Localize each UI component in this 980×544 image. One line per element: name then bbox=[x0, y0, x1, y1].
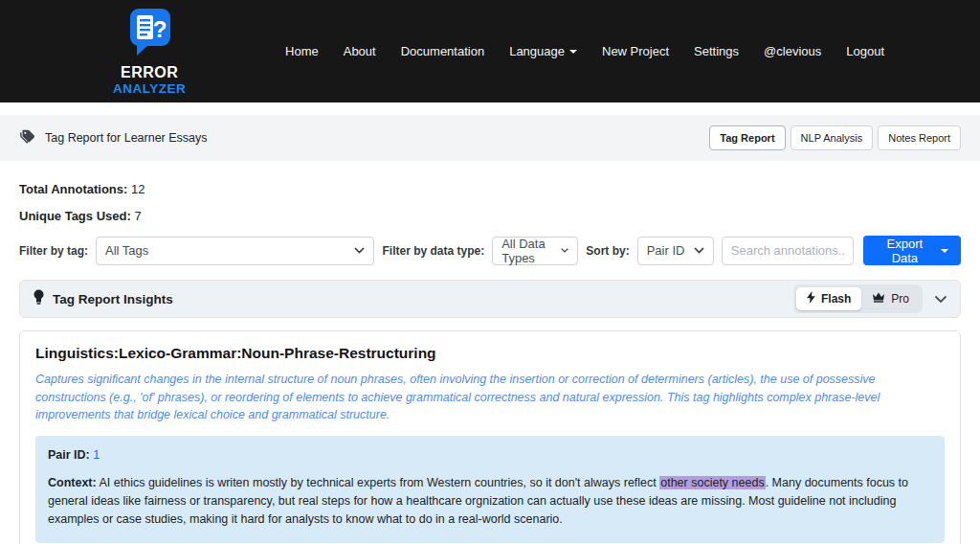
chevron-down-icon bbox=[354, 247, 365, 254]
collapse-chevron-icon[interactable] bbox=[934, 290, 947, 307]
nav-link-user[interactable]: @clevious bbox=[764, 44, 821, 58]
filter-datatype-label: Filter by data type: bbox=[382, 244, 484, 258]
tag-report-button[interactable]: Tag Report bbox=[709, 125, 785, 150]
crown-icon bbox=[872, 292, 885, 306]
sort-label: Sort by: bbox=[586, 244, 629, 258]
page-title-group: Tag Report for Learner Essays bbox=[19, 129, 208, 147]
flash-button[interactable]: Flash bbox=[796, 287, 861, 310]
nav-link-about[interactable]: About bbox=[344, 44, 376, 58]
unique-tags-label: Unique Tags Used: bbox=[19, 209, 131, 223]
caret-down-icon bbox=[569, 50, 577, 54]
pro-label: Pro bbox=[891, 292, 909, 306]
tag-title: Linguistics:Lexico-Grammar:Noun-Phrase-R… bbox=[35, 345, 945, 362]
model-switcher: Flash Pro bbox=[793, 284, 923, 313]
brand-logo-icon: ? bbox=[124, 8, 174, 61]
datatype-filter-value: All Data Types bbox=[501, 237, 561, 265]
unique-tags: Unique Tags Used: 7 bbox=[19, 209, 961, 223]
brand[interactable]: ? ERROR ANALYZER bbox=[113, 8, 186, 96]
insights-title-group: Tag Report Insights bbox=[33, 289, 173, 308]
unique-tags-value: 7 bbox=[134, 209, 141, 223]
context-text: Context: AI ethics guidelines is writen … bbox=[48, 474, 932, 528]
export-data-label: Export Data bbox=[876, 237, 934, 265]
nav-links: Home About Documentation Language New Pr… bbox=[285, 44, 884, 58]
insights-title: Tag Report Insights bbox=[53, 292, 173, 306]
nav-link-logout[interactable]: Logout bbox=[846, 44, 884, 58]
brand-subtitle: ANALYZER bbox=[113, 81, 186, 96]
context-box: Pair ID: 1 Context: AI ethics guidelines… bbox=[35, 436, 945, 543]
tag-icon bbox=[19, 129, 35, 147]
nav-link-home[interactable]: Home bbox=[285, 44, 319, 58]
annotation-card: Linguistics:Lexico-Grammar:Noun-Phrase-R… bbox=[19, 330, 961, 544]
context-before: AI ethics guidelines is writen mostly by… bbox=[100, 476, 660, 489]
filter-bar: Filter by tag: All Tags Filter by data t… bbox=[19, 236, 961, 265]
context-label: Context: bbox=[48, 476, 97, 489]
insights-controls: Flash Pro bbox=[793, 284, 947, 313]
lightbulb-icon bbox=[33, 289, 45, 308]
navbar: ? ERROR ANALYZER Home About Documentatio… bbox=[0, 0, 980, 102]
svg-text:?: ? bbox=[153, 16, 167, 42]
datatype-filter-select[interactable]: All Data Types bbox=[492, 237, 578, 265]
sort-select[interactable]: Pair ID bbox=[637, 237, 714, 265]
bolt-icon bbox=[807, 291, 815, 306]
search-input[interactable] bbox=[722, 237, 854, 265]
tag-description: Captures significant changes in the inte… bbox=[35, 371, 945, 424]
pair-id-label: Pair ID: bbox=[48, 448, 90, 462]
context-highlight: other society needs bbox=[659, 476, 765, 489]
nav-link-documentation[interactable]: Documentation bbox=[401, 44, 484, 58]
page-title: Tag Report for Learner Essays bbox=[45, 131, 208, 145]
pro-button[interactable]: Pro bbox=[861, 287, 920, 310]
caret-down-icon bbox=[941, 249, 948, 253]
brand-title: ERROR bbox=[121, 64, 178, 81]
nav-link-language[interactable]: Language bbox=[509, 44, 577, 58]
summary-stats: Total Annotations: 12 Unique Tags Used: … bbox=[19, 182, 961, 223]
pair-id-line: Pair ID: 1 bbox=[48, 446, 932, 465]
nav-link-language-label: Language bbox=[509, 44, 565, 58]
nav-link-new-project[interactable]: New Project bbox=[602, 44, 669, 58]
insights-panel-header: Tag Report Insights Flash Pro bbox=[19, 280, 961, 318]
notes-report-button[interactable]: Notes Report bbox=[878, 125, 961, 150]
pair-id-value: 1 bbox=[93, 448, 100, 462]
total-annotations-value: 12 bbox=[131, 182, 145, 196]
tag-filter-value: All Tags bbox=[105, 243, 148, 258]
report-view-switcher: Tag Report NLP Analysis Notes Report bbox=[709, 125, 961, 150]
export-data-button[interactable]: Export Data bbox=[863, 236, 961, 265]
filter-tag-label: Filter by tag: bbox=[19, 244, 88, 258]
sort-value: Pair ID bbox=[647, 243, 685, 258]
flash-label: Flash bbox=[821, 292, 851, 306]
tag-filter-select[interactable]: All Tags bbox=[96, 237, 374, 265]
chevron-down-icon bbox=[694, 247, 704, 254]
chevron-down-icon bbox=[561, 247, 568, 254]
total-annotations-label: Total Annotations: bbox=[19, 182, 127, 196]
page-header: Tag Report for Learner Essays Tag Report… bbox=[0, 115, 980, 161]
total-annotations: Total Annotations: 12 bbox=[19, 182, 961, 196]
nav-link-settings[interactable]: Settings bbox=[694, 44, 739, 58]
nlp-analysis-button[interactable]: NLP Analysis bbox=[791, 125, 874, 150]
